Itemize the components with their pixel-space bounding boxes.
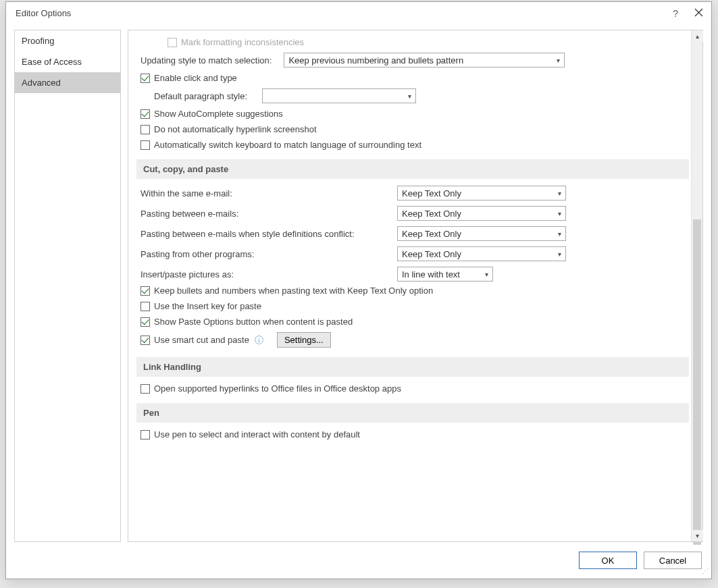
help-icon[interactable]: ? [673,8,678,19]
option-use-insert-key: Use the Insert key for paste [140,301,681,311]
sidebar-item-ease-of-access[interactable]: Ease of Access [15,51,120,72]
label-insert-pictures: Insert/paste pictures as: [140,269,397,279]
checkbox-keep-bullets[interactable] [140,286,150,296]
sidebar-item-label: Proofing [22,36,54,46]
sidebar-item-proofing[interactable]: Proofing [15,30,120,51]
scrollbar[interactable]: ▴ ▾ [691,30,702,541]
label-between: Pasting between e-mails: [140,209,397,219]
section-pen: Pen [136,403,689,423]
category-sidebar: Proofing Ease of Access Advanced [14,30,121,542]
label-auto-switch-keyboard: Automatically switch keyboard to match l… [154,140,421,150]
label-keep-bullets: Keep bullets and numbers when pasting te… [154,286,433,296]
checkbox-smart-cut-paste[interactable] [140,336,150,345]
sidebar-item-label: Advanced [22,78,61,88]
section-link-handling: Link Handling [136,357,689,377]
select-value: Keep Text Only [402,188,461,198]
content-panel: Mark formatting inconsistencies Updating… [128,30,703,542]
scroll-down-icon[interactable]: ▾ [692,530,703,541]
paste-options-grid: Within the same e-mail: Keep Text Only ▾… [140,186,681,282]
checkbox-open-supported-links[interactable] [140,384,150,394]
scroll-thumb[interactable] [693,219,701,545]
checkbox-use-pen[interactable] [140,430,150,439]
option-mark-formatting: Mark formatting inconsistencies [140,37,681,47]
select-between-conflict[interactable]: Keep Text Only ▾ [397,226,566,241]
chevron-down-icon: ▾ [558,250,561,258]
checkbox-mark-formatting [168,38,177,47]
chevron-down-icon: ▾ [408,92,411,100]
option-auto-switch-keyboard: Automatically switch keyboard to match l… [140,140,681,150]
label-smart-cut-paste: Use smart cut and paste [154,335,249,345]
chevron-down-icon: ▾ [558,210,561,217]
checkbox-auto-switch-keyboard[interactable] [140,140,150,150]
checkbox-no-auto-hyperlink[interactable] [140,125,150,134]
select-insert-pictures[interactable]: In line with text ▾ [397,267,493,282]
dialog-body: Proofing Ease of Access Advanced Mark fo… [6,23,711,545]
info-icon[interactable]: i [255,336,263,344]
checkbox-enable-click-type[interactable] [140,74,150,83]
cancel-button[interactable]: Cancel [644,552,702,569]
option-show-paste-options: Show Paste Options button when content i… [140,317,681,327]
ok-button[interactable]: OK [579,552,637,569]
label-within-same: Within the same e-mail: [140,188,397,198]
option-open-supported-links: Open supported hyperlinks to Office file… [140,383,681,394]
checkbox-show-autocomplete[interactable] [140,109,150,119]
option-updating-style: Updating style to match selection: Keep … [140,53,681,68]
option-enable-click-type: Enable click and type [140,73,681,83]
checkbox-show-paste-options[interactable] [140,317,150,327]
label-mark-formatting: Mark formatting inconsistencies [181,37,304,47]
label-use-pen: Use pen to select and interact with cont… [154,429,360,439]
chevron-down-icon: ▾ [558,190,561,197]
select-updating-style[interactable]: Keep previous numbering and bullets patt… [284,53,565,68]
select-value: Keep Text Only [402,249,461,259]
option-default-paragraph: Default paragraph style: ▾ [140,88,681,103]
option-no-auto-hyperlink: Do not automatically hyperlink screensho… [140,124,681,134]
chevron-down-icon: ▾ [557,57,560,64]
dialog-footer: OK Cancel [6,545,711,579]
chevron-down-icon: ▾ [558,230,561,238]
select-value: Keep previous numbering and bullets patt… [288,55,463,65]
option-use-pen: Use pen to select and interact with cont… [140,429,681,439]
scroll-up-icon[interactable]: ▴ [692,30,703,42]
label-other-programs: Pasting from other programs: [140,249,397,259]
label-no-auto-hyperlink: Do not automatically hyperlink screensho… [154,124,317,134]
select-value: In line with text [402,269,460,279]
select-within-same[interactable]: Keep Text Only ▾ [397,186,566,201]
editor-options-dialog: Editor Options ? Proofing Ease of Access… [5,1,712,579]
dialog-title: Editor Options [16,8,71,18]
window-controls: ? [673,7,703,19]
label-between-conflict: Pasting between e-mails when style defin… [140,229,397,239]
select-value: Keep Text Only [402,229,461,239]
section-cut-copy-paste: Cut, copy, and paste [136,159,689,179]
titlebar: Editor Options ? [6,2,711,23]
label-show-paste-options: Show Paste Options button when content i… [154,317,353,327]
checkbox-use-insert-key[interactable] [140,302,150,311]
resize-grip-icon[interactable]: ⋰ [702,569,710,577]
close-icon[interactable] [694,7,703,19]
label-updating-style: Updating style to match selection: [140,55,272,65]
label-show-autocomplete: Show AutoComplete suggestions [154,109,283,119]
sidebar-item-advanced[interactable]: Advanced [15,72,120,93]
settings-button[interactable]: Settings... [277,332,331,348]
content-scroll: Mark formatting inconsistencies Updating… [128,30,702,541]
select-value: Keep Text Only [402,209,461,219]
label-open-supported-links: Open supported hyperlinks to Office file… [154,383,401,394]
select-other-programs[interactable]: Keep Text Only ▾ [397,246,566,261]
option-show-autocomplete: Show AutoComplete suggestions [140,109,681,119]
chevron-down-icon: ▾ [485,271,488,278]
select-default-paragraph[interactable]: ▾ [262,88,416,103]
select-between[interactable]: Keep Text Only ▾ [397,206,566,221]
label-default-paragraph: Default paragraph style: [154,91,247,101]
sidebar-item-label: Ease of Access [22,57,82,67]
option-keep-bullets: Keep bullets and numbers when pasting te… [140,286,681,296]
option-smart-cut-paste: Use smart cut and paste i Settings... [140,332,681,348]
label-use-insert-key: Use the Insert key for paste [154,301,261,311]
label-enable-click-type: Enable click and type [154,73,237,83]
